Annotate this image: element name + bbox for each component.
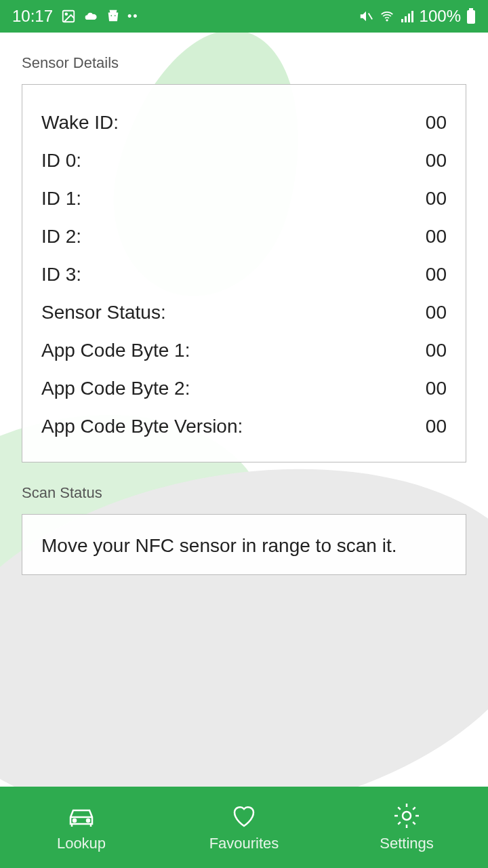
more-icon: •• <box>127 9 139 24</box>
svg-point-14 <box>403 812 411 820</box>
svg-point-13 <box>87 819 89 822</box>
image-icon <box>61 9 76 24</box>
car-icon <box>65 802 98 829</box>
svg-point-2 <box>110 15 112 16</box>
byte1-label: App Code Byte 1: <box>41 340 190 361</box>
row-id3: ID 3: 00 <box>41 256 447 294</box>
wifi-icon <box>379 9 395 23</box>
sensor-status-label: Sensor Status: <box>41 302 166 323</box>
id1-label: ID 1: <box>41 188 81 210</box>
row-id2: ID 2: 00 <box>41 218 447 256</box>
scan-status-message: Move your NFC sensor in range to scan it… <box>41 534 447 558</box>
row-wake-id: Wake ID: 00 <box>41 104 447 142</box>
id2-value: 00 <box>426 226 447 248</box>
byte2-value: 00 <box>426 378 447 399</box>
signal-icon <box>401 9 414 23</box>
id0-label: ID 0: <box>41 150 81 172</box>
shopping-bag-icon <box>106 9 121 24</box>
wake-id-label: Wake ID: <box>41 112 119 134</box>
svg-rect-10 <box>469 8 473 10</box>
heart-icon <box>228 802 260 829</box>
svg-rect-6 <box>401 19 403 22</box>
nav-settings-label: Settings <box>380 835 434 852</box>
svg-rect-11 <box>467 10 475 24</box>
status-time: 10:17 <box>12 7 53 26</box>
svg-rect-8 <box>408 14 410 22</box>
scan-status-card: Move your NFC sensor in range to scan it… <box>22 514 466 575</box>
sensor-details-card: Wake ID: 00 ID 0: 00 ID 1: 00 ID 2: 00 I… <box>22 84 466 462</box>
row-version: App Code Byte Version: 00 <box>41 408 447 446</box>
id0-value: 00 <box>426 150 447 172</box>
row-byte2: App Code Byte 2: 00 <box>41 370 447 408</box>
sensor-details-label: Sensor Details <box>22 54 466 72</box>
scan-status-label: Scan Status <box>22 484 466 502</box>
id1-value: 00 <box>426 188 447 210</box>
mute-icon <box>359 9 373 24</box>
row-sensor-status: Sensor Status: 00 <box>41 294 447 332</box>
id3-label: ID 3: <box>41 264 81 285</box>
row-id1: ID 1: 00 <box>41 180 447 218</box>
bottom-nav: Lookup Favourites Settings <box>0 787 488 868</box>
version-label: App Code Byte Version: <box>41 416 243 437</box>
status-bar: 10:17 •• 100% <box>0 0 488 33</box>
svg-point-3 <box>115 15 116 16</box>
byte2-label: App Code Byte 2: <box>41 378 190 399</box>
svg-point-1 <box>65 13 67 15</box>
nav-lookup[interactable]: Lookup <box>0 787 163 868</box>
id3-value: 00 <box>426 264 447 285</box>
cloud-icon <box>83 9 99 23</box>
svg-rect-9 <box>411 11 413 22</box>
battery-percent: 100% <box>420 7 461 26</box>
nav-settings[interactable]: Settings <box>325 787 488 868</box>
byte1-value: 00 <box>426 340 447 361</box>
svg-rect-7 <box>405 16 407 22</box>
svg-point-12 <box>73 819 76 822</box>
row-id0: ID 0: 00 <box>41 142 447 180</box>
wake-id-value: 00 <box>426 112 447 134</box>
sensor-status-value: 00 <box>426 302 447 323</box>
nav-lookup-label: Lookup <box>57 835 106 852</box>
nav-favourites-label: Favourites <box>209 835 279 852</box>
svg-line-4 <box>368 13 372 19</box>
version-value: 00 <box>426 416 447 437</box>
gear-icon <box>390 802 423 829</box>
battery-icon <box>466 8 476 24</box>
row-byte1: App Code Byte 1: 00 <box>41 332 447 370</box>
id2-label: ID 2: <box>41 226 81 248</box>
svg-point-5 <box>386 20 388 21</box>
nav-favourites[interactable]: Favourites <box>163 787 325 868</box>
